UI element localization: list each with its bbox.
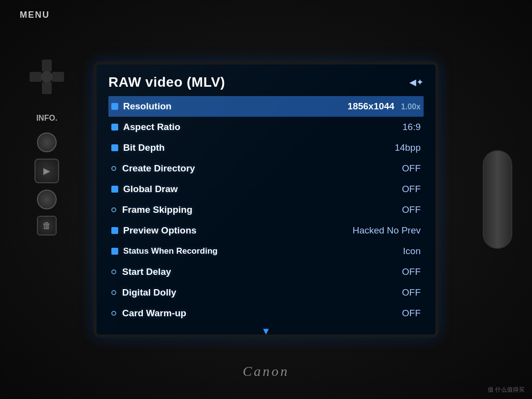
- value-status-recording: Icon: [403, 246, 421, 257]
- screen-wrapper: RAW video (MLV) ◀✦ Resolution 1856x1044 …: [94, 62, 438, 337]
- label-bit-depth: Bit Depth: [123, 142, 395, 153]
- value-create-directory: OFF: [402, 163, 421, 174]
- dpad[interactable]: [30, 60, 64, 94]
- right-dial[interactable]: [483, 150, 512, 249]
- indicator-start-delay: [111, 269, 116, 274]
- label-start-delay: Start Delay: [122, 266, 402, 277]
- menu-item-preview-options[interactable]: Preview Options Hacked No Prev: [108, 220, 424, 241]
- camera-left-controls: MENU INFO. ▶ 🗑: [15, 0, 79, 399]
- menu-item-start-delay[interactable]: Start Delay OFF: [108, 262, 424, 282]
- camera-body: MENU INFO. ▶ 🗑 RAW video (MLV) ◀✦: [0, 0, 532, 399]
- label-create-directory: Create Directory: [122, 163, 402, 174]
- menu-label: MENU: [20, 10, 50, 20]
- round-button-1[interactable]: [37, 133, 57, 152]
- label-resolution: Resolution: [123, 101, 348, 112]
- menu-item-digital-dolly[interactable]: Digital Dolly OFF: [108, 282, 424, 303]
- watermark: 值 什么值得买: [488, 386, 525, 394]
- indicator-aspect-ratio: [111, 124, 118, 131]
- menu-item-frame-skipping[interactable]: Frame Skipping OFF: [108, 200, 424, 220]
- value-preview-options: Hacked No Prev: [353, 225, 421, 236]
- indicator-bit-depth: [111, 144, 118, 151]
- title-row: RAW video (MLV) ◀✦: [108, 74, 424, 90]
- value-start-delay: OFF: [402, 266, 421, 277]
- indicator-digital-dolly: [111, 290, 116, 295]
- indicator-resolution: [111, 103, 118, 110]
- menu-item-create-directory[interactable]: Create Directory OFF: [108, 158, 424, 179]
- indicator-global-draw: [111, 186, 118, 193]
- menu-item-bit-depth[interactable]: Bit Depth 14bpp: [108, 137, 424, 158]
- label-digital-dolly: Digital Dolly: [122, 287, 402, 298]
- value-resolution: 1856x1044 1.00x: [348, 101, 421, 112]
- menu-item-global-draw[interactable]: Global Draw OFF: [108, 179, 424, 200]
- menu-item-resolution[interactable]: Resolution 1856x1044 1.00x: [108, 96, 424, 117]
- menu-item-status-recording[interactable]: Status When Recording Icon: [108, 241, 424, 262]
- label-aspect-ratio: Aspect Ratio: [123, 122, 402, 133]
- value-bit-depth: 14bpp: [395, 142, 421, 153]
- trash-button[interactable]: 🗑: [37, 216, 57, 235]
- label-global-draw: Global Draw: [123, 184, 402, 195]
- menu-item-card-warmup[interactable]: Card Warm-up OFF: [108, 303, 424, 324]
- camera-right-controls: [473, 0, 522, 399]
- value-digital-dolly: OFF: [402, 287, 421, 298]
- scroll-down-arrow: ▼: [108, 326, 424, 337]
- indicator-card-warmup: [111, 311, 116, 316]
- menu-item-aspect-ratio[interactable]: Aspect Ratio 16:9: [108, 117, 424, 137]
- indicator-frame-skipping: [111, 207, 116, 212]
- value-frame-skipping: OFF: [402, 204, 421, 215]
- value-global-draw: OFF: [402, 184, 421, 195]
- screen-title: RAW video (MLV): [108, 74, 225, 90]
- indicator-preview-options: [111, 227, 118, 234]
- title-icon: ◀✦: [409, 77, 424, 88]
- indicator-status-recording: [111, 248, 118, 255]
- round-button-2[interactable]: [37, 190, 57, 209]
- screen: RAW video (MLV) ◀✦ Resolution 1856x1044 …: [97, 65, 435, 334]
- zoom-value: 1.00x: [401, 102, 421, 111]
- play-button[interactable]: ▶: [34, 159, 59, 183]
- menu-items: Resolution 1856x1044 1.00x Aspect Ratio …: [108, 96, 424, 324]
- label-status-recording: Status When Recording: [123, 246, 403, 256]
- info-label: INFO.: [36, 114, 58, 123]
- brand-label: Canon: [243, 364, 290, 379]
- label-frame-skipping: Frame Skipping: [122, 204, 402, 215]
- indicator-create-directory: [111, 166, 116, 171]
- label-card-warmup: Card Warm-up: [122, 308, 402, 319]
- value-card-warmup: OFF: [402, 308, 421, 319]
- label-preview-options: Preview Options: [123, 225, 353, 236]
- value-aspect-ratio: 16:9: [402, 122, 421, 133]
